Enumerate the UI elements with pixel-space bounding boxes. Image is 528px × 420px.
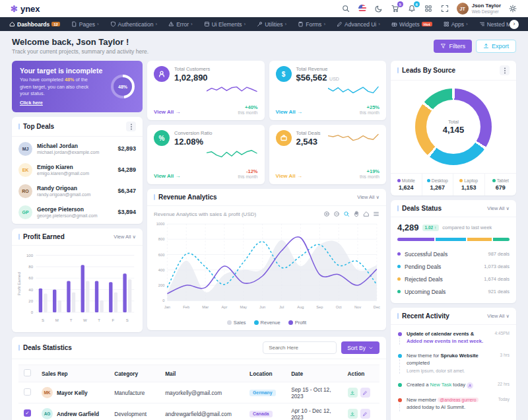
nav-scroll-next-button[interactable]: › [510,20,519,29]
nav-item-dashboards[interactable]: Dashboards12 [9,21,60,28]
nav-item-apps[interactable]: Apps› [444,21,468,28]
leads-by-source-card: Leads By Source Total4,145 Mobile1,624De… [391,61,516,195]
activity-text: Created a New Task today [407,382,484,389]
nav-badge: Hot [422,22,432,26]
ui-elements-icon [204,21,210,27]
search-icon[interactable] [341,4,350,13]
select-all-header[interactable] [18,365,36,382]
stat-view-all-link[interactable]: View All → [276,109,302,115]
activity-time: 4:45PM [495,331,510,345]
activity-item: Created a New Task today 22 hrs [391,378,516,393]
top-deals-menu-button[interactable] [126,122,136,131]
settings-gear-icon[interactable] [508,4,517,13]
fullscreen-icon[interactable] [440,4,449,13]
user-menu[interactable]: JT Json Taylor Web Designer [457,3,501,15]
chevron-right-icon: › [97,21,99,27]
status-label: Rejected Deals [405,276,443,283]
svg-text:Mar: Mar [202,305,209,309]
leads-legend: Mobile1,624Desktop1,267Laptop1,153Tablet… [391,173,516,195]
top-deal-row[interactable]: EK Emigo Kiarenemigo.kiaren@gmail.com $4… [12,159,143,180]
stat-view-all-link[interactable]: View All → [154,109,180,115]
nav-item-utilities[interactable]: Utilities› [257,21,286,28]
nav-item-pages[interactable]: Pages› [71,21,99,28]
nav-item-error[interactable]: Error› [168,21,193,28]
page-subtitle: Track your current projects, summary and… [12,48,148,55]
chevron-right-icon: › [244,21,246,27]
nav-item-ui-elements[interactable]: Ui Elements› [204,21,246,28]
deals-statistics-title: Deals Statistics [18,344,72,351]
click-here-link[interactable]: Click here [20,100,43,107]
nav-item-forms[interactable]: Forms› [298,21,325,28]
top-deal-row[interactable]: MJ Michael Jordanmichael.jordan@example.… [12,138,143,159]
deals-status-row: Rejected Deals1,674 deals [397,273,510,285]
chevron-right-icon: › [323,21,325,27]
status-count: 1,073 deals [484,263,510,269]
profit-view-all[interactable]: View All ∨ [114,234,136,240]
stat-card-total-customers: Total Customers 1,02,890 View All → +40%… [147,61,265,120]
download-icon [350,411,355,417]
deals-icon [276,130,292,146]
top-deal-row[interactable]: RO Randy Origoanrandy.origoan@gmail.com … [12,180,143,201]
deal-name: Michael Jordan [37,143,99,149]
chart-menu-icon[interactable] [373,211,380,217]
sort-by-button[interactable]: Sort By [341,341,380,354]
row-checkbox[interactable] [24,388,31,396]
activity-view-all[interactable]: View All ∨ [487,313,510,319]
zoom-in-icon[interactable] [323,211,330,217]
pan-hand-icon[interactable] [353,211,360,217]
error-icon [168,21,174,27]
brand-logo[interactable]: ✻ ynex [11,4,40,14]
chevron-right-icon: › [155,21,157,27]
edit-button[interactable] [360,388,370,398]
export-button[interactable]: Export [476,40,516,53]
apps-grid-icon[interactable] [424,4,433,13]
stat-label: Total Revenue [296,66,339,72]
recent-activity-title: Recent Activity [397,312,449,320]
row-checkbox[interactable] [24,409,31,417]
stat-label: Conversion Ratio [174,130,213,136]
nav-item-advanced-ui[interactable]: Advanced Ui› [337,21,380,28]
cell-mail: mayorkelly@gmail.com [160,382,244,403]
table-search-input[interactable] [263,341,337,354]
cell-date: Apr 10 - Dec 12, 2023 [286,403,342,420]
language-flag-icon[interactable] [358,4,367,13]
stat-period: this month [238,174,258,179]
zoom-out-icon[interactable] [333,211,340,217]
cell-category: Development [109,403,160,420]
brand-icon: ✻ [11,4,18,14]
stat-view-all-link[interactable]: View All → [276,173,302,179]
conversion-icon: % [154,130,170,146]
download-button[interactable] [348,388,358,398]
notifications-bell-icon[interactable]: 6 [407,4,416,13]
legend-item-sales[interactable]: Sales [227,320,246,326]
leads-legend-tablet: Tablet679 [485,174,517,195]
member-avatar-icon [467,382,473,389]
dark-mode-icon[interactable] [374,4,383,13]
stat-period: this month [238,110,258,115]
deals-status-view-all[interactable]: View All ∨ [487,205,510,211]
svg-text:S: S [126,318,129,322]
nav-item-widgets[interactable]: WidgetsHot [391,21,432,28]
leads-menu-button[interactable] [500,65,510,75]
status-count: 1,674 deals [484,276,510,282]
edit-button[interactable] [360,409,370,419]
filters-button[interactable]: Filters [434,40,472,53]
select-all-checkbox[interactable] [24,369,31,376]
revenue-view-all[interactable]: View All ∨ [357,194,380,200]
selection-zoom-icon[interactable] [343,211,350,217]
filter-icon [440,43,446,49]
reset-home-icon[interactable] [363,211,370,217]
nav-item-authentication[interactable]: Authentication› [110,21,158,28]
svg-text:S: S [42,318,44,322]
deal-email: michael.jordan@example.com [37,150,99,155]
top-deal-row[interactable]: GP George Pietersongeorge.pieterson@gmai… [12,201,143,223]
nav-item-nested-menu[interactable]: Nested Menu› [479,21,510,28]
svg-text:0: 0 [162,298,164,302]
stat-view-all-link[interactable]: View All → [154,173,180,179]
deals-status-badge: 1.02 ↑ [422,225,440,231]
cart-icon[interactable]: 5 [391,4,400,13]
download-button[interactable] [348,409,358,419]
download-icon [350,390,355,396]
legend-item-profit[interactable]: Profit [288,320,307,326]
legend-item-revenue[interactable]: Revenue [254,320,280,326]
